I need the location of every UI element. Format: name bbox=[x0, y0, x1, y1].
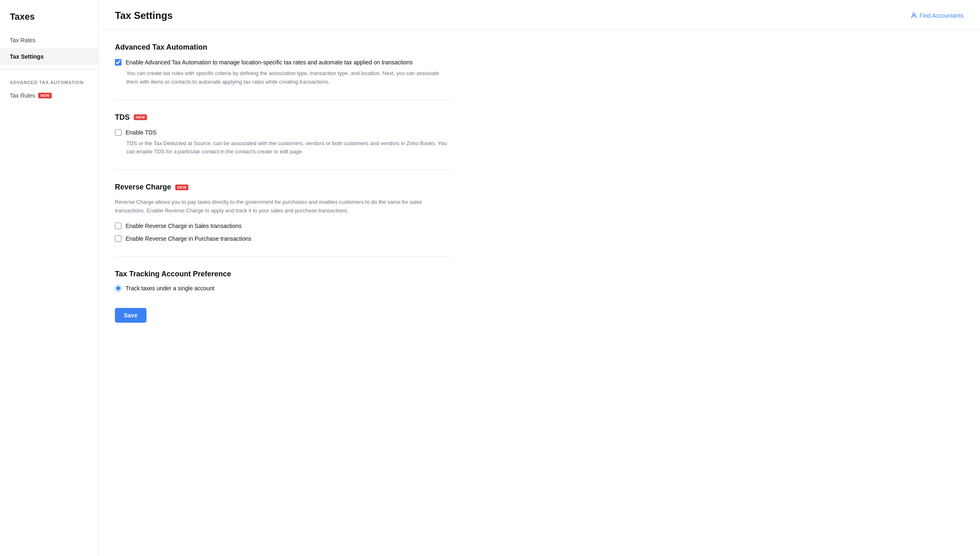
advanced-tax-description: You can create tax rules with specific c… bbox=[126, 69, 451, 87]
main-header: Tax Settings Find Accountants bbox=[98, 0, 980, 30]
enable-reverse-charge-sales-checkbox[interactable] bbox=[115, 223, 121, 229]
sidebar-section-advanced-tax-automation: ADVANCED TAX AUTOMATION bbox=[0, 73, 98, 88]
section-title-tax-tracking: Tax Tracking Account Preference bbox=[115, 270, 451, 278]
tds-description: TDS or the Tax Deducted at Source, can b… bbox=[126, 139, 451, 157]
page-title: Tax Settings bbox=[115, 10, 173, 21]
svg-point-0 bbox=[913, 13, 915, 16]
enable-rc-purchase-label[interactable]: Enable Reverse Charge in Purchase transa… bbox=[126, 235, 252, 243]
enable-advanced-tax-label[interactable]: Enable Advanced Tax Automation to manage… bbox=[126, 58, 412, 67]
sidebar-divider bbox=[0, 69, 98, 69]
sidebar: Taxes Tax Rates Tax Settings ADVANCED TA… bbox=[0, 0, 98, 556]
enable-tds-label[interactable]: Enable TDS bbox=[126, 128, 156, 137]
divider-2 bbox=[115, 169, 451, 170]
find-accountants-button[interactable]: Find Accountants bbox=[911, 11, 964, 21]
person-icon bbox=[911, 12, 917, 19]
tax-rules-new-badge: NEW bbox=[38, 93, 51, 98]
sidebar-item-tax-settings[interactable]: Tax Settings bbox=[0, 48, 98, 65]
section-tds: TDS NEW Enable TDS TDS or the Tax Deduct… bbox=[115, 113, 451, 157]
sidebar-title: Taxes bbox=[0, 11, 98, 32]
main-body: Advanced Tax Automation Enable Advanced … bbox=[98, 30, 468, 336]
enable-tds-checkbox[interactable] bbox=[115, 129, 121, 136]
radio-row-track-single: Track taxes under a single account bbox=[115, 285, 451, 292]
checkbox-row-reverse-charge-purchase: Enable Reverse Charge in Purchase transa… bbox=[115, 235, 451, 243]
section-title-advanced-tax: Advanced Tax Automation bbox=[115, 43, 451, 52]
checkbox-row-tds: Enable TDS bbox=[115, 128, 451, 137]
save-button[interactable]: Save bbox=[115, 308, 147, 323]
tds-new-badge: NEW bbox=[134, 114, 147, 120]
section-advanced-tax-automation: Advanced Tax Automation Enable Advanced … bbox=[115, 43, 451, 87]
enable-advanced-tax-checkbox[interactable] bbox=[115, 59, 121, 66]
track-single-radio[interactable] bbox=[115, 285, 121, 292]
track-single-label[interactable]: Track taxes under a single account bbox=[126, 285, 215, 292]
enable-rc-sales-label[interactable]: Enable Reverse Charge in Sales transacti… bbox=[126, 222, 242, 230]
checkbox-row-advanced-tax: Enable Advanced Tax Automation to manage… bbox=[115, 58, 451, 67]
checkbox-row-reverse-charge-sales: Enable Reverse Charge in Sales transacti… bbox=[115, 222, 451, 230]
sidebar-item-tax-rules[interactable]: Tax Rules NEW bbox=[0, 88, 98, 103]
main-content: Tax Settings Find Accountants Advanced T… bbox=[98, 0, 980, 556]
section-tax-tracking: Tax Tracking Account Preference Track ta… bbox=[115, 270, 451, 292]
sidebar-item-tax-rates[interactable]: Tax Rates bbox=[0, 32, 98, 48]
section-title-reverse-charge: Reverse Charge NEW bbox=[115, 183, 451, 191]
divider-3 bbox=[115, 256, 451, 257]
section-reverse-charge: Reverse Charge NEW Reverse Charge allows… bbox=[115, 183, 451, 243]
section-title-tds: TDS NEW bbox=[115, 113, 451, 122]
reverse-charge-description: Reverse Charge allows you to pay taxes d… bbox=[115, 198, 451, 215]
divider-1 bbox=[115, 100, 451, 100]
enable-reverse-charge-purchase-checkbox[interactable] bbox=[115, 235, 121, 242]
reverse-charge-new-badge: NEW bbox=[175, 185, 188, 190]
